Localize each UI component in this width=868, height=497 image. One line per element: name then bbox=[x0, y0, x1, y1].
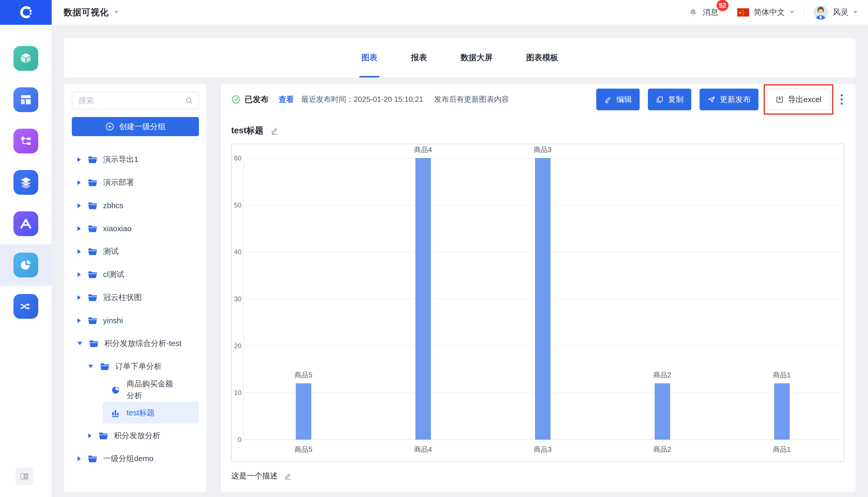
tree-caret-right-icon[interactable] bbox=[77, 456, 81, 461]
edit-button[interactable]: 编辑 bbox=[596, 89, 640, 110]
tab-chart-templates[interactable]: 图表模板 bbox=[526, 38, 558, 77]
tree-caret-right-icon[interactable] bbox=[88, 434, 92, 438]
create-group-button[interactable]: 创建一级分组 bbox=[72, 117, 199, 136]
update-note: 发布后有更新图表内容 bbox=[434, 94, 509, 104]
tree-item[interactable]: cl测试 bbox=[72, 263, 199, 286]
sidebar-app-ai-app[interactable] bbox=[0, 203, 52, 244]
cube-app-icon bbox=[13, 46, 38, 71]
tree-caret-down-icon[interactable] bbox=[88, 365, 93, 368]
tree-item[interactable]: 演示导出1 bbox=[72, 148, 199, 171]
user-menu[interactable]: 风灵 bbox=[813, 5, 858, 20]
pie-app-icon bbox=[13, 253, 38, 278]
tree-item-label: xiaoxiao bbox=[103, 224, 131, 233]
export-excel-wrap: 导出excel bbox=[767, 89, 830, 110]
topbar: 数据可视化 消息 52 ★ ★ ★ ★ 简体中文 bbox=[0, 0, 868, 25]
tree-item[interactable]: yinshi bbox=[72, 309, 199, 332]
tree-caret-right-icon[interactable] bbox=[77, 295, 81, 300]
edit-title-icon[interactable] bbox=[270, 126, 279, 135]
tree-caret-right-icon[interactable] bbox=[77, 180, 81, 185]
tree-item[interactable]: 一级分组demo bbox=[72, 447, 199, 470]
x-axis-category-label: 商品1 bbox=[773, 445, 791, 454]
chart-detail-panel: 已发布 查看 最近发布时间：2025-01-20 15:10:21 发布后有更新… bbox=[221, 84, 856, 492]
tree-item-label: 积分发放分析 bbox=[114, 430, 160, 441]
tree-caret-right-icon[interactable] bbox=[77, 226, 81, 231]
tree-caret-right-icon[interactable] bbox=[77, 203, 81, 208]
more-actions-button[interactable] bbox=[839, 92, 844, 107]
page-title: 数据可视化 bbox=[63, 6, 109, 18]
chart-slots: 商品5商品5商品4商品4商品3商品3商品2商品2商品1商品1 bbox=[244, 158, 842, 440]
tree-item[interactable]: test标题 bbox=[72, 401, 199, 424]
tree-item[interactable]: zbhcs bbox=[72, 194, 199, 217]
workspace-switcher[interactable]: 数据可视化 bbox=[63, 6, 118, 18]
tree-item[interactable]: 商品购买金额分析 bbox=[72, 378, 199, 401]
sidebar-collapse-button[interactable] bbox=[15, 468, 33, 485]
x-axis-tick bbox=[423, 440, 424, 442]
export-excel-button[interactable]: 导出excel bbox=[767, 89, 830, 110]
chart-description-row: 这是一个描述 bbox=[231, 471, 844, 481]
tree-item[interactable]: 积分发放分析 bbox=[72, 424, 199, 447]
tree-item-label: 演示导出1 bbox=[103, 154, 139, 165]
chart-slot: 商品4商品4 bbox=[363, 158, 483, 440]
tab-data-screen[interactable]: 数据大屏 bbox=[460, 38, 493, 77]
tree-caret-right-icon[interactable] bbox=[77, 318, 81, 323]
bar-chart-icon bbox=[111, 408, 122, 418]
sidebar-app-layout-app[interactable] bbox=[0, 79, 52, 120]
main-area: 图表报表数据大屏图表模板 创建一级分组 演示导出1演示部署zbhcsxiaoxi… bbox=[52, 25, 868, 497]
flowchart-app-icon bbox=[13, 129, 38, 154]
sidebar-app-shuffle-app[interactable] bbox=[0, 286, 52, 327]
folder-icon bbox=[87, 293, 98, 303]
tree-caret-right-icon[interactable] bbox=[77, 249, 81, 254]
folder-icon bbox=[87, 269, 98, 280]
notification-bell-icon[interactable] bbox=[688, 8, 698, 17]
y-axis-tick-label: 20 bbox=[232, 342, 242, 350]
search-input[interactable] bbox=[72, 92, 199, 109]
svg-text:★: ★ bbox=[738, 10, 742, 15]
tree-caret-right-icon[interactable] bbox=[77, 272, 81, 277]
layout-app-icon bbox=[13, 87, 38, 112]
copy-button[interactable]: 复制 bbox=[648, 89, 691, 110]
tree-item[interactable]: xiaoxiao bbox=[72, 217, 199, 240]
folder-icon bbox=[87, 454, 98, 464]
x-axis-category-label: 商品3 bbox=[534, 445, 552, 454]
x-axis-tick bbox=[303, 440, 304, 442]
tree-item-selected[interactable]: test标题 bbox=[103, 402, 199, 424]
bar-value-label: 商品2 bbox=[653, 370, 671, 380]
update-publish-button[interactable]: 更新发布 bbox=[700, 89, 758, 110]
language-selector[interactable]: ★ ★ ★ ★ 简体中文 bbox=[737, 7, 794, 17]
bar-value-label: 商品4 bbox=[414, 145, 432, 155]
sidebar-app-layers-app[interactable] bbox=[0, 162, 52, 203]
view-link[interactable]: 查看 bbox=[279, 94, 294, 105]
x-axis-tick bbox=[663, 440, 663, 442]
tree-item[interactable]: 订单下单分析 bbox=[72, 355, 199, 378]
brand-logo-icon bbox=[18, 4, 34, 20]
sidebar-app-pie-app[interactable] bbox=[0, 244, 52, 286]
tab-charts[interactable]: 图表 bbox=[361, 38, 378, 77]
tree-caret-right-icon[interactable] bbox=[77, 157, 81, 162]
tree-item-label: 商品购买金额分析 bbox=[127, 378, 178, 401]
chart-tree-panel: 创建一级分组 演示导出1演示部署zbhcsxiaoxiao测试cl测试冠云柱状图… bbox=[64, 84, 207, 492]
tree-caret-down-icon[interactable] bbox=[77, 342, 82, 345]
shuffle-app-icon bbox=[13, 294, 38, 319]
tab-chart-templates-label: 图表模板 bbox=[526, 52, 558, 63]
tree-item[interactable]: 测试 bbox=[72, 240, 199, 263]
tree-item[interactable]: 积分发放综合分析-test bbox=[72, 332, 199, 355]
messages-link[interactable]: 消息 52 bbox=[703, 7, 718, 17]
sidebar-app-flowchart-app[interactable] bbox=[0, 120, 52, 162]
status-row: 已发布 查看 最近发布时间：2025-01-20 15:10:21 发布后有更新… bbox=[231, 88, 844, 111]
y-axis-tick-label: 30 bbox=[232, 295, 242, 303]
folder-icon bbox=[87, 224, 98, 234]
tree-item[interactable]: 演示部署 bbox=[72, 171, 199, 194]
sidebar-app-cube-app[interactable] bbox=[0, 38, 52, 79]
plus-circle-icon bbox=[105, 122, 114, 131]
edit-description-icon[interactable] bbox=[284, 472, 292, 480]
bar-value-label: 商品5 bbox=[295, 370, 312, 380]
tree-item[interactable]: 冠云柱状图 bbox=[72, 286, 199, 309]
app-logo[interactable] bbox=[0, 0, 52, 25]
tab-reports[interactable]: 报表 bbox=[411, 38, 427, 77]
folder-icon bbox=[87, 155, 98, 165]
message-count-badge: 52 bbox=[716, 0, 728, 11]
bar-value-label: 商品1 bbox=[773, 370, 791, 380]
chart-slot: 商品3商品3 bbox=[483, 158, 602, 440]
folder-icon bbox=[88, 338, 99, 349]
ai-app-icon bbox=[13, 211, 38, 236]
